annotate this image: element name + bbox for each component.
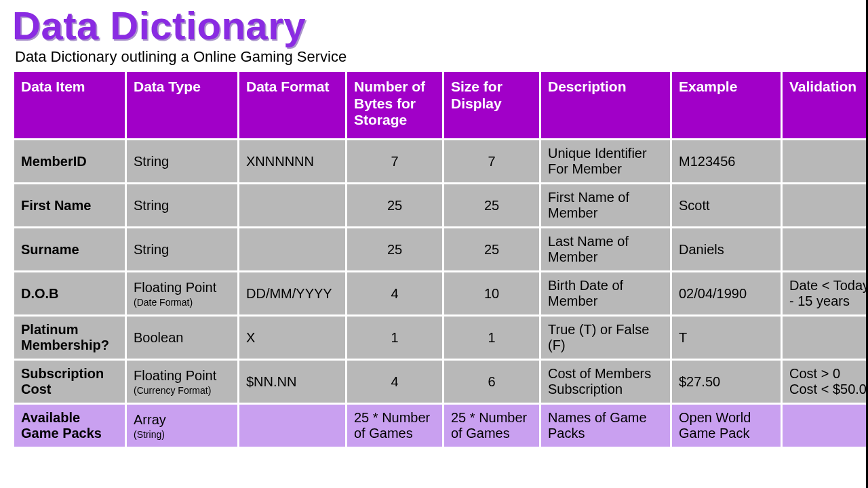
cell-display-size: 1 <box>444 317 539 359</box>
cell-bytes: 25 * Number of Games <box>347 405 442 447</box>
cell-description: Cost of Members Subscription <box>541 361 670 403</box>
table-row: MemberIDStringXNNNNNN77Unique Identifier… <box>14 140 868 182</box>
cell-validation <box>783 405 868 447</box>
cell-bytes: 25 <box>347 228 442 270</box>
cell-validation: Date < Today - 15 years <box>783 272 868 314</box>
cell-description: Names of Game Packs <box>541 405 670 447</box>
cell-validation <box>783 140 868 182</box>
cell-bytes: 7 <box>347 140 442 182</box>
col-header-example: Example <box>672 72 781 138</box>
cell-data-type: Boolean <box>127 317 237 359</box>
cell-data-type: String <box>127 184 237 226</box>
cell-display-size: 25 * Number of Games <box>444 405 539 447</box>
cell-example: T <box>672 317 781 359</box>
page-subtitle: Data Dictionary outlining a Online Gamin… <box>15 48 854 66</box>
cell-data-item: Available Game Packs <box>14 405 125 447</box>
type-main: Floating Point <box>134 280 216 295</box>
cell-bytes: 25 <box>347 184 442 226</box>
cell-display-size: 6 <box>444 361 539 403</box>
cell-data-item: MemberID <box>14 140 125 182</box>
cell-data-type: Floating Point(Date Format) <box>127 272 237 314</box>
cell-validation <box>783 228 868 270</box>
cell-data-item: First Name <box>14 184 125 226</box>
cell-description: Unique Identifier For Member <box>541 140 670 182</box>
cell-data-type: String <box>127 140 237 182</box>
cell-description: True (T) or False (F) <box>541 317 670 359</box>
cell-example: $27.50 <box>672 361 781 403</box>
cell-example: Open World Game Pack <box>672 405 781 447</box>
type-subnote: (Date Format) <box>134 297 231 308</box>
data-dictionary-table: Data Item Data Type Data Format Number o… <box>12 70 868 449</box>
table-row: Platinum Membership?BooleanX11True (T) o… <box>14 317 868 359</box>
col-header-display: Size for Display <box>444 72 539 138</box>
table-row: SurnameString2525Last Name of MemberDani… <box>14 228 868 270</box>
cell-data-type: Array(String) <box>127 405 237 447</box>
cell-bytes: 4 <box>347 361 442 403</box>
cell-display-size: 25 <box>444 228 539 270</box>
cell-data-format <box>239 405 345 447</box>
cell-data-item: Subscription Cost <box>14 361 125 403</box>
cell-data-format <box>239 184 345 226</box>
cell-data-type: String <box>127 228 237 270</box>
cell-example: M123456 <box>672 140 781 182</box>
col-header-validation: Validation <box>783 72 868 138</box>
col-header-data-item: Data Item <box>14 72 125 138</box>
cell-example: Daniels <box>672 228 781 270</box>
type-main: Floating Point <box>134 368 216 383</box>
type-main: String <box>134 198 169 213</box>
cell-description: Last Name of Member <box>541 228 670 270</box>
table-row: Available Game PacksArray(String)25 * Nu… <box>14 405 868 447</box>
col-header-data-type: Data Type <box>127 72 237 138</box>
col-header-bytes: Number of Bytes for Storage <box>347 72 442 138</box>
cell-bytes: 1 <box>347 317 442 359</box>
cell-data-item: Surname <box>14 228 125 270</box>
cell-data-type: Floating Point(Currency Format) <box>127 361 237 403</box>
cell-validation <box>783 184 868 226</box>
type-subnote: (String) <box>134 429 231 440</box>
cell-display-size: 10 <box>444 272 539 314</box>
cell-data-format <box>239 228 345 270</box>
cell-validation: Cost > 0 Cost < $50.00 <box>783 361 868 403</box>
table-row: Subscription CostFloating Point(Currency… <box>14 361 868 403</box>
cell-data-format: X <box>239 317 345 359</box>
cell-data-format: DD/MM/YYYY <box>239 272 345 314</box>
col-header-description: Description <box>541 72 670 138</box>
cell-display-size: 25 <box>444 184 539 226</box>
table-header-row: Data Item Data Type Data Format Number o… <box>14 72 868 138</box>
cell-validation <box>783 317 868 359</box>
type-main: Boolean <box>134 330 183 345</box>
type-main: String <box>134 242 169 257</box>
cell-display-size: 7 <box>444 140 539 182</box>
cell-data-format: $NN.NN <box>239 361 345 403</box>
cell-bytes: 4 <box>347 272 442 314</box>
table-row: D.O.BFloating Point(Date Format)DD/MM/YY… <box>14 272 868 314</box>
type-main: String <box>134 154 169 169</box>
table-row: First NameString2525First Name of Member… <box>14 184 868 226</box>
type-subnote: (Currency Format) <box>134 385 231 396</box>
cell-example: 02/04/1990 <box>672 272 781 314</box>
col-header-data-format: Data Format <box>239 72 345 138</box>
type-main: Array <box>134 412 166 427</box>
cell-data-format: XNNNNNN <box>239 140 345 182</box>
cell-description: First Name of Member <box>541 184 670 226</box>
cell-description: Birth Date of Member <box>541 272 670 314</box>
page-title: Data Dictionary <box>12 5 854 47</box>
cell-data-item: D.O.B <box>14 272 125 314</box>
cell-example: Scott <box>672 184 781 226</box>
cell-data-item: Platinum Membership? <box>14 317 125 359</box>
